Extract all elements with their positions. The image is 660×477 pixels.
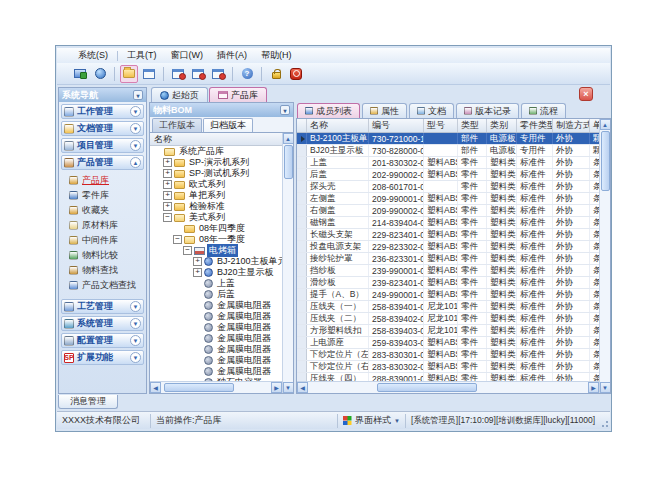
tree-column-header[interactable]: 名称 [150, 133, 282, 146]
table-row[interactable]: BJ20主显示板730-828000-04I部件电源板专用件外协颗 [297, 145, 599, 157]
menu-item[interactable]: 帮助(H) [254, 48, 299, 63]
sidebar-group-expanded[interactable]: 产品管理▲ [61, 155, 144, 170]
document-tab-active[interactable]: 产品库 [209, 87, 267, 102]
menu-item[interactable]: 系统(S) [71, 48, 115, 63]
tree-horizontal-scrollbar[interactable]: ◀ ▶ [150, 381, 282, 393]
sidebar-group-collapsed[interactable]: 工作管理▼ [61, 104, 144, 119]
sidebar-group-collapsed[interactable]: 配置管理▼ [61, 333, 144, 348]
grid-hscroll-thumb[interactable] [377, 383, 477, 392]
resize-grip[interactable] [600, 415, 610, 429]
table-row[interactable]: 长磁头支架229-823401-00I塑料ABS零件塑料类标准件外协条 [297, 229, 599, 241]
expand-icon[interactable]: + [163, 158, 172, 167]
chevron-down-icon[interactable]: ▼ [130, 123, 141, 134]
table-row[interactable]: 投盘电源支架229-823302-00I塑料ABS零件塑料类标准件外协条 [297, 241, 599, 253]
message-panel-tab[interactable]: 消息管理 [58, 395, 118, 409]
sidebar-item[interactable]: 产品文档查找 [59, 278, 146, 293]
sidebar-item[interactable]: 物料查找 [59, 263, 146, 278]
table-row[interactable]: 上盖201-830302-00I塑料ABS零件塑料类标准件外协条 [297, 157, 599, 169]
toolbar-button[interactable]: ? [238, 65, 256, 83]
toolbar-button[interactable] [209, 65, 227, 83]
sidebar-group-collapsed[interactable]: 工艺管理▼ [61, 299, 144, 314]
table-row[interactable]: 左侧盖209-990001-01I塑料ABS零件塑料类标准件外协条 [297, 193, 599, 205]
column-header[interactable]: 零件类型 [517, 119, 553, 132]
grid-tab-active[interactable]: 成员列表 [297, 103, 360, 118]
sidebar-group-collapsed[interactable]: SP扩展功能▼ [61, 350, 144, 365]
pin-icon[interactable]: ▾ [280, 105, 290, 115]
grid-tab-inactive[interactable]: 属性 [362, 103, 407, 118]
table-row[interactable]: 下纱定位片（右）283-830302-00I塑料ABS零件塑料类标准件外协条 [297, 361, 599, 373]
scroll-down-icon[interactable]: ▼ [283, 382, 294, 393]
expand-icon[interactable]: + [193, 257, 202, 266]
tree-vscroll-thumb[interactable] [284, 145, 293, 179]
sidebar-item[interactable]: 中间件库 [59, 233, 146, 248]
close-icon[interactable]: × [579, 87, 593, 101]
expand-icon[interactable]: + [163, 202, 172, 211]
expand-icon[interactable]: + [163, 191, 172, 200]
scroll-up-icon[interactable]: ▲ [283, 133, 294, 144]
expand-icon[interactable]: + [163, 180, 172, 189]
toolbar-button[interactable] [120, 65, 138, 83]
table-row[interactable]: 挡纱板239-990001-01I塑料ABS零件塑料类标准件外协条 [297, 265, 599, 277]
table-row[interactable]: 方形塑料线扣258-839403-00I尼龙1010零件塑料类标准件外协条 [297, 325, 599, 337]
document-tab-inactive[interactable]: 起始页 [151, 87, 208, 102]
sidebar-item[interactable]: 产品库 [59, 173, 146, 188]
toolbar-button[interactable] [287, 65, 305, 83]
tree-vertical-scrollbar[interactable]: ▲ ▼ [282, 133, 293, 393]
toolbar-button[interactable] [140, 65, 158, 83]
tree-tab-active[interactable]: 归档版本 [203, 118, 253, 132]
expand-icon[interactable]: + [193, 268, 202, 277]
chevron-down-icon[interactable]: ▼ [130, 140, 141, 151]
table-row[interactable]: 右侧盖209-990002-01I塑料ABS零件塑料类标准件外协条 [297, 205, 599, 217]
sidebar-group-collapsed[interactable]: 项目管理▼ [61, 138, 144, 153]
grid-vertical-scrollbar[interactable]: ▲ ▼ [599, 119, 610, 393]
table-row[interactable]: BJ-2100主板单元730-721000-12I部件电源板专用件外协颗 [297, 133, 599, 145]
column-header[interactable]: 型号 [424, 119, 458, 132]
grid-tab-inactive[interactable]: 文档 [409, 103, 454, 118]
tree-tab-inactive[interactable]: 工作版本 [152, 118, 202, 132]
chevron-down-icon[interactable]: ▼ [130, 318, 141, 329]
chevron-down-icon[interactable]: ▼ [130, 352, 141, 363]
chevron-up-icon[interactable]: ▲ [130, 157, 141, 168]
grid-tab-inactive[interactable]: 流程 [521, 103, 566, 118]
menu-item[interactable]: 插件(A) [210, 48, 254, 63]
menu-item[interactable]: 窗口(W) [164, 48, 211, 63]
chevron-down-icon[interactable]: ▾ [133, 90, 143, 100]
table-row[interactable]: 压线夹（四）288-839001-00I塑料ABS零件塑料类标准件外协条 [297, 373, 599, 381]
ui-style-dropdown[interactable]: 界面样式 ▼ [338, 414, 406, 428]
toolbar-button[interactable] [91, 65, 109, 83]
table-row[interactable]: 提手（A、B）249-990001-01I塑料ABS零件塑料类标准件外协条 [297, 289, 599, 301]
tree-hscroll-thumb[interactable] [164, 383, 234, 392]
sidebar-item[interactable]: 物料比较 [59, 248, 146, 263]
table-row[interactable]: 接纱轮护罩236-823301-00I塑料ABS零件塑料类标准件外协条 [297, 253, 599, 265]
chevron-down-icon[interactable]: ▼ [130, 106, 141, 117]
collapse-icon[interactable]: − [163, 213, 172, 222]
column-header[interactable]: 制造方式 [553, 119, 590, 132]
sidebar-item[interactable]: 收藏夹 [59, 203, 146, 218]
expand-icon[interactable]: + [163, 169, 172, 178]
toolbar-button[interactable] [189, 65, 207, 83]
collapse-icon[interactable]: − [173, 235, 182, 244]
toolbar-button[interactable] [169, 65, 187, 83]
table-row[interactable]: 压线夹（二）258-839402-00I尼龙1010零件塑料类标准件外协条 [297, 313, 599, 325]
column-header[interactable]: 单位 [590, 119, 599, 132]
table-row[interactable]: 探头壳208-601701-01I零件塑料类标准件外协条 [297, 181, 599, 193]
chevron-down-icon[interactable]: ▼ [130, 301, 141, 312]
scroll-left-icon[interactable]: ◀ [297, 382, 308, 393]
table-row[interactable]: 磁钢盖214-839404-01I塑料ABS零件塑料类标准件外协条 [297, 217, 599, 229]
grid-vscroll-thumb[interactable] [601, 131, 610, 191]
grid-tab-inactive[interactable]: 版本记录 [456, 103, 519, 118]
column-header[interactable]: 类型 [458, 119, 487, 132]
table-row[interactable]: 后盖202-990002-01I塑料ABS零件塑料类标准件外协条 [297, 169, 599, 181]
collapse-icon[interactable]: − [183, 246, 192, 255]
sidebar-item[interactable]: 原材料库 [59, 218, 146, 233]
scroll-right-icon[interactable]: ▶ [588, 382, 599, 393]
toolbar-button[interactable] [71, 65, 89, 83]
toolbar-button[interactable] [267, 65, 285, 83]
grid-horizontal-scrollbar[interactable]: ◀ ▶ [297, 381, 599, 393]
table-row[interactable]: 下纱定位片（左）283-830301-00I塑料ABS零件塑料类标准件外协条 [297, 349, 599, 361]
column-header[interactable]: 名称 [307, 119, 369, 132]
sidebar-item[interactable]: 零件库 [59, 188, 146, 203]
column-header[interactable]: 类别 [487, 119, 517, 132]
sidebar-group-collapsed[interactable]: 系统管理▼ [61, 316, 144, 331]
scroll-right-icon[interactable]: ▶ [271, 382, 282, 393]
